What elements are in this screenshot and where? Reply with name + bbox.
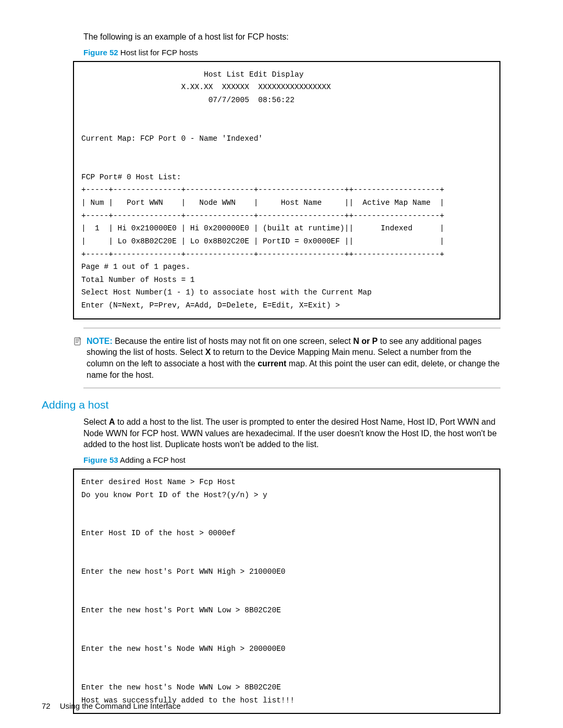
adding-text-post: to add a host to the list. The user is p… <box>83 417 497 449</box>
note-bold-x: X <box>205 348 211 356</box>
code-block-adding-host: Enter desired Host Name > Fcp Host Do yo… <box>73 468 500 714</box>
adding-bold-a: A <box>109 417 115 426</box>
note-bold-current: current <box>258 359 286 368</box>
heading-adding-a-host: Adding a host <box>42 399 500 411</box>
divider-bottom <box>83 388 500 388</box>
note-icon <box>73 337 82 380</box>
figure-52-label: Figure 52 Host list for FCP hosts <box>83 48 500 57</box>
intro-text: The following is an example of a host li… <box>83 31 500 43</box>
footer-chapter-title: Using the Command Line Interface <box>60 701 181 710</box>
page-footer: 72Using the Command Line Interface <box>42 701 180 710</box>
figure-52-number: Figure 52 <box>83 48 118 57</box>
note-block: NOTE: Because the entire list of hosts m… <box>73 336 500 380</box>
figure-52-caption: Host list for FCP hosts <box>118 48 198 57</box>
code-block-host-list: Host List Edit Display X.XX.XX XXXXXX XX… <box>73 61 500 319</box>
adding-text-pre: Select <box>83 417 109 426</box>
page-number: 72 <box>42 701 51 710</box>
note-bold-n-or-p: N or P <box>353 337 377 346</box>
adding-host-text: Select A to add a host to the list. The … <box>83 416 500 450</box>
svg-rect-0 <box>75 338 80 345</box>
divider-top <box>83 328 500 328</box>
figure-53-label: Figure 53 Adding a FCP host <box>83 455 500 464</box>
note-text-1: Because the entire list of hosts may not… <box>115 337 353 346</box>
figure-53-caption: Adding a FCP host <box>118 455 186 464</box>
figure-53-number: Figure 53 <box>83 455 118 464</box>
note-label: NOTE: <box>87 337 113 346</box>
